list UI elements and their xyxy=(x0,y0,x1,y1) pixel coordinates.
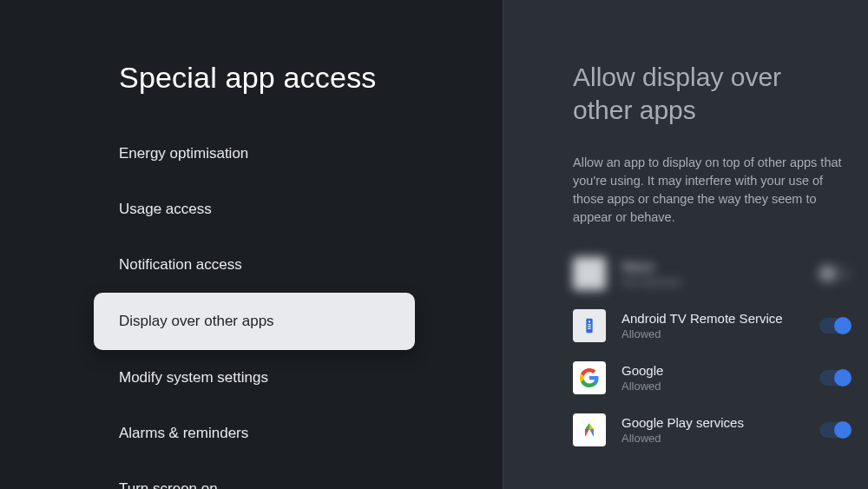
app-list: Waze Not allowed Android TV Remote Servi… xyxy=(503,248,868,456)
toggle-switch[interactable] xyxy=(819,318,851,334)
svg-rect-3 xyxy=(588,327,591,327)
app-row[interactable]: Google Play services Allowed xyxy=(503,404,868,456)
app-info: Waze Not allowed xyxy=(621,259,819,288)
svg-rect-2 xyxy=(588,324,591,325)
svg-point-1 xyxy=(589,320,590,322)
toggle-switch[interactable] xyxy=(819,266,851,281)
right-panel: Allow display over other apps Allow an a… xyxy=(503,0,868,489)
page-title: Special app access xyxy=(119,61,503,95)
app-info: Google Play services Allowed xyxy=(621,415,819,445)
app-row[interactable]: Waze Not allowed xyxy=(503,248,868,300)
right-title: Allow display over other apps xyxy=(573,61,842,126)
left-panel: Special app access Energy optimisation U… xyxy=(0,0,503,489)
menu-item-alarms-reminders[interactable]: Alarms & reminders xyxy=(0,406,503,461)
app-name: Android TV Remote Service xyxy=(621,311,819,326)
menu-item-usage-access[interactable]: Usage access xyxy=(0,182,503,237)
tv-remote-icon xyxy=(573,309,606,342)
menu-item-energy-optimisation[interactable]: Energy optimisation xyxy=(0,126,503,182)
menu-item-modify-system-settings[interactable]: Modify system settings xyxy=(0,350,503,406)
right-description: Allow an app to display on top of other … xyxy=(573,154,842,227)
toggle-switch[interactable] xyxy=(819,422,851,438)
app-name: Google xyxy=(621,363,819,378)
app-info: Android TV Remote Service Allowed xyxy=(621,311,819,340)
menu-item-notification-access[interactable]: Notification access xyxy=(0,237,503,293)
menu-item-label: Alarms & reminders xyxy=(119,425,248,442)
menu-item-turn-screen-on[interactable]: Turn screen on xyxy=(0,461,503,489)
menu-item-label: Turn screen on xyxy=(119,480,218,489)
menu-item-label: Notification access xyxy=(119,256,242,274)
app-icon xyxy=(573,257,606,290)
google-svg xyxy=(579,367,600,388)
svg-rect-0 xyxy=(586,319,592,334)
app-info: Google Allowed xyxy=(621,363,819,393)
app-status: Allowed xyxy=(621,432,819,445)
google-icon xyxy=(573,361,606,394)
app-row[interactable]: Google Allowed xyxy=(503,352,868,404)
app-status: Allowed xyxy=(621,327,819,340)
remote-svg xyxy=(580,316,599,335)
app-name: Google Play services xyxy=(621,415,819,430)
toggle-switch[interactable] xyxy=(819,370,851,386)
play-services-svg xyxy=(579,420,600,440)
play-services-icon xyxy=(573,413,606,446)
svg-rect-4 xyxy=(588,328,591,329)
menu-list: Energy optimisation Usage access Notific… xyxy=(0,126,503,489)
app-row[interactable]: Android TV Remote Service Allowed xyxy=(503,300,868,352)
menu-item-display-over-other-apps[interactable]: Display over other apps xyxy=(94,293,415,350)
app-status: Allowed xyxy=(621,380,819,393)
menu-item-label: Usage access xyxy=(119,201,212,218)
app-status: Not allowed xyxy=(621,275,819,288)
menu-item-label: Energy optimisation xyxy=(119,145,248,162)
menu-item-label: Display over other apps xyxy=(119,313,274,330)
app-name: Waze xyxy=(621,259,819,274)
menu-item-label: Modify system settings xyxy=(119,369,268,387)
